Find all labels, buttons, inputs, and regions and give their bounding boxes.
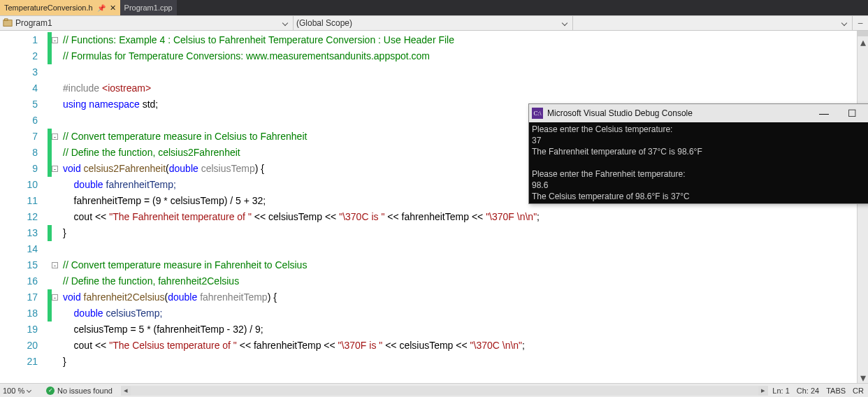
code-type: double <box>74 177 103 193</box>
console-line: 37 <box>532 135 868 146</box>
console-titlebar[interactable]: C:\ Microsoft Visual Studio Debug Consol… <box>529 104 868 122</box>
editor-area: 123456789101112131415161718192021 - - - … <box>0 31 868 383</box>
scroll-track[interactable] <box>131 386 758 396</box>
console-line: The Fahrenheit temperature of 37°C is 98… <box>532 146 868 157</box>
maximize-button[interactable]: ☐ <box>838 105 866 122</box>
scroll-up-icon[interactable]: ▴ <box>858 36 868 48</box>
line-indicator[interactable]: Ln: 1 <box>772 387 789 395</box>
line-number: 9 <box>0 161 38 177</box>
tab-label: Program1.cpp <box>124 3 173 12</box>
line-number: 17 <box>0 289 38 305</box>
zoom-label: 100 % <box>3 387 24 395</box>
line-number: 21 <box>0 354 38 370</box>
code-type: double <box>169 161 198 177</box>
status-bar: 100 % ✓ No issues found ◂ ▸ Ln: 1 Ch: 24… <box>0 383 868 397</box>
line-number: 13 <box>0 225 38 241</box>
code-param: celsiusTemp <box>198 161 255 177</box>
console-line <box>532 157 868 168</box>
split-toggle[interactable]: – <box>853 18 868 28</box>
code-comment: // Formulas for Temperature Conversions:… <box>63 48 430 64</box>
close-icon[interactable]: ✕ <box>110 3 116 13</box>
console-line: 98.6 <box>532 180 868 191</box>
code-punct: ; <box>537 209 540 225</box>
console-body[interactable]: Please enter the Celsius temperature:37T… <box>529 122 868 203</box>
document-tab-bar: TemperatureConversion.h 📌 ✕ Program1.cpp <box>0 0 868 15</box>
issues-indicator[interactable]: ✓ No issues found <box>42 387 117 395</box>
line-number: 2 <box>0 48 38 64</box>
fold-toggle[interactable]: - <box>52 294 58 301</box>
project-selector-label: Program1 <box>15 18 52 28</box>
indent-indicator[interactable]: TABS <box>826 387 846 395</box>
minimize-button[interactable]: — <box>810 105 838 122</box>
code-ident: celsiusTemp; <box>103 305 163 322</box>
code-keyword: namespace <box>89 96 139 113</box>
line-number: 18 <box>0 305 38 322</box>
code-column[interactable]: - - - - - // Functions: Example 4 : Cels… <box>48 31 857 383</box>
code-comment: // Define the function, celsius2Fahrenhe… <box>63 145 240 161</box>
line-number: 19 <box>0 322 38 338</box>
scroll-left-icon[interactable]: ◂ <box>121 386 131 396</box>
code-ident: std; <box>140 96 158 113</box>
svg-rect-1 <box>5 19 8 21</box>
code-param: fahrenheitTemp <box>197 289 267 305</box>
line-number: 6 <box>0 113 38 129</box>
navigation-bar: Program1 (Global Scope) – <box>0 15 868 31</box>
fold-toggle[interactable]: - <box>52 262 58 268</box>
code-type: double <box>168 289 197 305</box>
code-func: fahrenheit2Celsius <box>81 289 165 305</box>
console-line: The Celsius temperature of 98.6°F is 37°… <box>532 191 868 202</box>
code-line: fahrenheitTemp = (9 * celsiusTemp) / 5 +… <box>63 193 266 209</box>
code-keyword: void <box>63 289 81 305</box>
code-line: celsiusTemp = 5 * (fahrenheitTemp - 32) … <box>63 322 263 338</box>
chevron-down-icon <box>27 388 31 393</box>
line-number: 5 <box>0 96 38 113</box>
scope-selector[interactable]: (Global Scope) <box>294 16 573 30</box>
console-line: Please enter the Fahrenheit temperature: <box>532 168 868 180</box>
code-keyword: using <box>63 96 86 113</box>
code-comment: // Functions: Example 4 : Celsius to Fah… <box>63 32 454 48</box>
code-ident: << fahrenheitTemp << <box>384 209 486 225</box>
line-number: 3 <box>0 64 38 80</box>
tab-label: TemperatureConversion.h <box>4 3 93 12</box>
project-selector[interactable]: Program1 <box>0 16 294 30</box>
code-ident: << celsiusTemp << <box>252 209 339 225</box>
code-string: "\370C \n\n" <box>470 338 523 354</box>
code-ident: << fahrenheitTemp << <box>237 338 338 354</box>
editor-vertical-scrollbar[interactable]: ▴ ▾ <box>857 31 868 383</box>
code-ident: << celsiusTemp << <box>382 338 470 354</box>
line-number: 10 <box>0 177 38 193</box>
line-number: 7 <box>0 129 38 145</box>
line-number: 1 <box>0 32 38 48</box>
console-icon: C:\ <box>532 108 543 119</box>
scroll-down-icon[interactable]: ▾ <box>858 372 868 383</box>
scroll-right-icon[interactable]: ▸ <box>758 386 768 396</box>
code-comment: // Convert temperature measure in Celsiu… <box>63 129 307 145</box>
line-number: 15 <box>0 257 38 273</box>
line-number: 14 <box>0 241 38 257</box>
code-string: "\370F \n\n" <box>486 209 537 225</box>
code-punct: ; <box>522 338 525 354</box>
project-icon <box>3 18 13 28</box>
col-indicator[interactable]: Ch: 24 <box>797 387 819 395</box>
editor-horizontal-scrollbar[interactable]: ◂ ▸ <box>121 386 768 396</box>
tab-temperatureconversion-h[interactable]: TemperatureConversion.h 📌 ✕ <box>0 0 120 15</box>
code-string: "The Celsius temperature of " <box>109 338 237 354</box>
code-string: "\370F is " <box>338 338 383 354</box>
code-comment: // Convert temperature measure in Fahren… <box>63 257 307 273</box>
lineending-indicator[interactable]: CR <box>853 387 864 395</box>
code-func: celsius2Fahrenheit <box>81 161 166 177</box>
debug-console-window[interactable]: C:\ Microsoft Visual Studio Debug Consol… <box>528 103 868 204</box>
pin-icon[interactable]: 📌 <box>97 4 106 12</box>
line-number-gutter: 123456789101112131415161718192021 <box>0 31 48 383</box>
line-number: 20 <box>0 338 38 354</box>
fold-toggle[interactable]: - <box>52 37 58 43</box>
fold-toggle[interactable]: - <box>52 166 58 172</box>
code-preproc: #include <box>63 80 102 96</box>
code-punct: ) { <box>255 161 264 177</box>
zoom-level[interactable]: 100 % <box>0 387 42 395</box>
code-punct: ) { <box>268 289 277 305</box>
member-selector[interactable] <box>573 16 853 30</box>
tab-program1-cpp[interactable]: Program1.cpp <box>120 0 177 15</box>
fold-toggle[interactable]: - <box>52 133 58 140</box>
line-number: 4 <box>0 80 38 96</box>
